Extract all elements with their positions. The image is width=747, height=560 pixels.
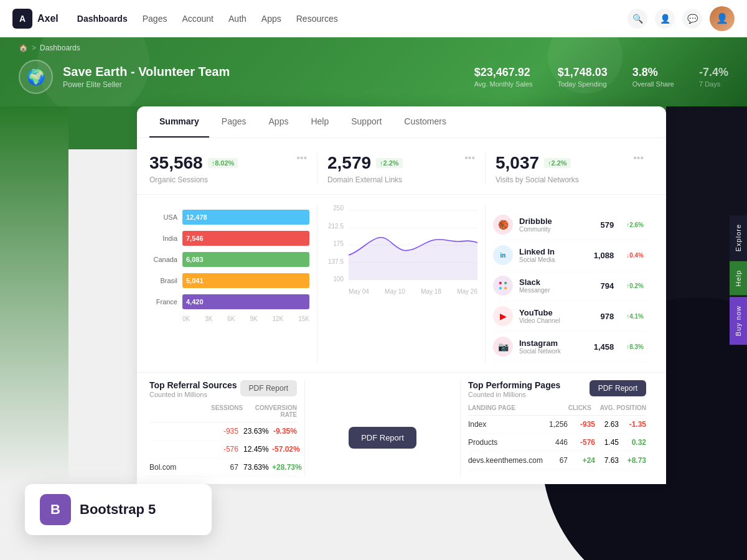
hero-section: 🏠 > Dashboards 🌍 Save Earth - Volunteer … [0,37,747,106]
clicks-change-2: -576 [570,438,595,447]
metric-more-button-3[interactable]: ••• [633,153,644,163]
bar-value-france: 4,420 [186,298,204,306]
clicks-value-3: 67 [543,456,568,465]
bar-usa: 12,478 [182,210,309,225]
svg-rect-6 [499,287,502,289]
bar-chart-panel: USA 12,478 India 7,546 Canad [149,205,317,362]
rate-value-3: 73.63% [243,463,268,472]
bar-india: 7,546 [182,231,309,246]
table-row: -576 12.45% -57.02% [149,441,297,459]
tab-help[interactable]: Help [301,106,339,138]
bar-value-canada: 6,083 [186,256,204,263]
dribbble-change: ↑2.6% [624,221,646,229]
clicks-value: 1,256 [543,420,568,429]
referral-title: Top Referral Sources [149,380,237,390]
social-row-instagram: 📷 Instagram Social Network 1,458 ↑8.3% [493,332,646,362]
tab-summary[interactable]: Summary [149,106,209,138]
line-chart-area: May 04May 10May 18May 26 [349,205,477,295]
spending-value: $1,748.03 [558,66,608,79]
days-value: -7.4% [699,66,728,79]
bar-value-brasil: 5,041 [186,277,204,284]
home-icon[interactable]: 🏠 [19,44,28,52]
dribbble-info: Dribbble Community [519,217,594,233]
nav-link-account[interactable]: Account [182,14,214,24]
pdf-button-center[interactable]: PDF Report [349,427,416,449]
days-label: 7 Days [699,80,728,88]
instagram-value: 1,458 [594,342,614,352]
referral-pdf-button[interactable]: PDF Report [240,380,297,396]
bar-label-france: France [149,298,177,306]
nav-link-apps[interactable]: Apps [261,14,281,24]
messages-icon[interactable]: 💬 [682,9,702,29]
explore-button[interactable]: Explore [730,215,747,260]
logo[interactable]: A Axel [12,9,59,29]
instagram-name: Instagram [519,338,588,348]
buy-now-button[interactable]: Buy now [730,297,747,345]
nav-link-auth[interactable]: Auth [228,14,247,24]
social-list: 🏀 Dribbble Community 579 ↑2.6% in Link [493,210,646,362]
bar-brasil: 5,041 [182,273,309,288]
instagram-type: Social Network [519,348,588,355]
team-logo: 🌍 [19,60,53,94]
instagram-info: Instagram Social Network [519,338,588,355]
tab-pages[interactable]: Pages [212,106,256,138]
page-name-2: Products [468,438,543,447]
instagram-change: ↑8.3% [624,343,646,351]
table-row: Products 446 -576 1.45 0.32 [468,434,646,452]
pages-pdf-button[interactable]: PDF Report [590,380,646,396]
tab-customers[interactable]: Customers [394,106,456,138]
metric-label-1: Organic Sessions [149,175,307,184]
share-label: Overall Share [632,80,674,88]
tab-apps[interactable]: Apps [259,106,299,138]
share-value: 3.8% [632,66,674,79]
team-subtitle: Power Elite Seller [63,80,230,89]
youtube-info: YouTube Video Channel [519,308,594,324]
referral-table-header: SESSIONS CONVERSION RATE [149,404,297,422]
pdf-panel: PDF Report [305,380,461,477]
svg-rect-7 [504,282,507,284]
monthly-sales-label: Avg. Monthly Sales [474,80,533,88]
page-name: Index [468,420,543,429]
dribbble-type: Community [519,226,594,233]
nav-link-dashboards[interactable]: Dashboards [77,14,128,24]
notifications-icon[interactable]: 👤 [655,9,675,29]
spending-label: Today Spending [558,80,608,88]
line-chart-panel: 250212.5175137.5100 [317,205,486,362]
tab-support[interactable]: Support [341,106,392,138]
position-change-2: 0.32 [621,438,646,447]
metric-social-visits: ••• 5,037 ↑2.2% Visits by Social Network… [486,153,654,184]
linkedin-icon: in [493,245,513,265]
referral-panel: Top Referral Sources Counted in Millions… [149,380,305,477]
rate-value: 23.63% [243,427,268,436]
linkedin-type: Social Media [519,256,588,263]
metric-more-button-1[interactable]: ••• [296,153,307,163]
metric-badge-1: ↑8.02% [208,158,238,168]
metric-more-button-2[interactable]: ••• [464,153,475,163]
clicks-value-2: 446 [543,438,568,447]
user-avatar[interactable]: 👤 [710,6,735,31]
pages-subtitle: Counted in Millions [468,391,560,398]
bar-chart: USA 12,478 India 7,546 Canad [149,210,309,322]
top-nav: A Axel Dashboards Pages Account Auth App… [0,0,747,37]
team-info: Save Earth - Volunteer Team Power Elite … [63,65,230,89]
content-panel: Summary Pages Apps Help Support Customer… [137,106,666,484]
metric-label-2: Domain External Links [327,175,475,184]
rate-change-3: +28.73% [272,463,297,472]
line-chart-svg [349,205,477,286]
nav-link-resources[interactable]: Resources [296,14,338,24]
hero-stat-share: 3.8% Overall Share [632,66,674,88]
linkedin-change: ↓0.4% [624,251,646,259]
slack-value: 794 [601,281,614,291]
help-button[interactable]: Help [730,261,747,296]
hero-stat-days: -7.4% 7 Days [699,66,728,88]
search-button[interactable]: 🔍 [627,9,647,29]
social-row-dribbble: 🏀 Dribbble Community 579 ↑2.6% [493,210,646,240]
site-name-3: Bol.com [149,463,214,472]
nav-link-pages[interactable]: Pages [143,14,167,24]
clicks-change-3: +24 [570,456,595,465]
monthly-sales-value: $23,467.92 [474,66,533,79]
slack-name: Slack [519,278,594,287]
linkedin-info: Linked In Social Media [519,247,588,263]
position-change-3: +8.73 [621,456,646,465]
logo-text: Axel [37,13,59,24]
